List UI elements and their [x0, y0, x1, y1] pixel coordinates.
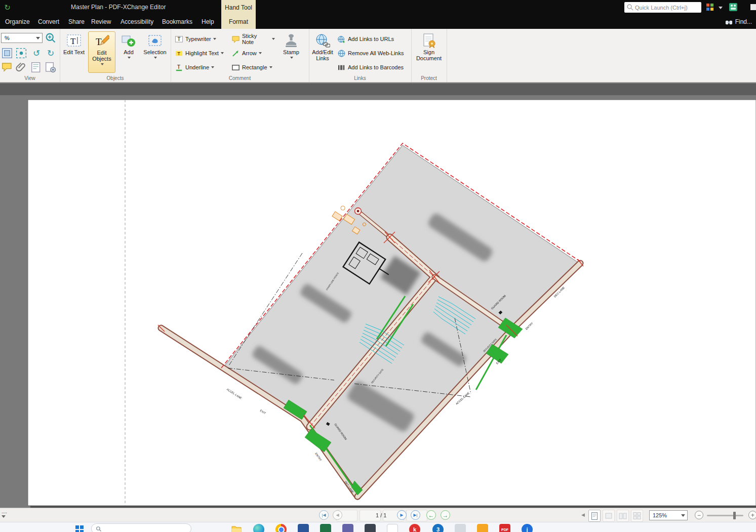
zoom-combo[interactable]: % [1, 33, 43, 43]
stamp-icon [284, 33, 299, 48]
zoom-slider-track[interactable] [707, 515, 743, 516]
group-label-view: View [0, 75, 60, 81]
menu-item-organize[interactable]: Organize [5, 15, 30, 29]
last-page-button[interactable] [411, 510, 420, 520]
taskbar-search-box[interactable] [91, 523, 191, 532]
remove-all-web-links-button[interactable]: Remove All Web-Links [337, 47, 410, 59]
statusbar: .... 1 / 1 125% [0, 508, 756, 522]
history-forward-button[interactable] [441, 510, 450, 520]
zoom-out-button[interactable] [695, 511, 703, 519]
taskbar-icon-windows-start[interactable] [74, 524, 85, 532]
chevron-down-icon [269, 66, 272, 68]
chevron-down-icon [211, 66, 214, 68]
rectangle-button[interactable]: Rectangle [231, 61, 275, 73]
history-back-button[interactable] [426, 510, 436, 520]
previous-page-button[interactable] [333, 510, 342, 520]
taskbar-icon-blue-app[interactable] [298, 524, 309, 532]
fit-width-view-button[interactable] [603, 510, 615, 522]
two-page-view-button[interactable] [617, 510, 629, 522]
taskbar-icon-k-app[interactable]: k [409, 524, 420, 532]
arrow-button[interactable]: Arrow [231, 47, 275, 59]
rectangle-icon [231, 63, 240, 72]
taskbar-icon-purple-app[interactable] [342, 524, 353, 532]
taskbar-icon-browser[interactable] [275, 524, 287, 532]
zoom-slider-handle[interactable] [733, 512, 736, 519]
underline-icon: T [175, 63, 183, 72]
add-button[interactable]: Add [117, 31, 140, 73]
add-links-to-urls-button[interactable]: Add Links to URLs [337, 33, 410, 45]
j-badge: j [526, 526, 528, 532]
sticky-note-button[interactable]: Sticky Note [231, 33, 275, 45]
taskbar-icon-gray-app[interactable] [455, 524, 466, 532]
group-label-protect: Protect [411, 75, 447, 81]
undo-icon[interactable] [30, 47, 43, 59]
ribbon-group-links: Add/Edit Links Add Links to URLs Remove … [309, 29, 412, 82]
tab-hand-tool[interactable]: Hand Tool [221, 0, 256, 15]
count-badge: 3 [436, 526, 440, 532]
edit-objects-button[interactable]: T Edit Objects [88, 31, 115, 73]
underline-button[interactable]: T Underline [175, 61, 229, 73]
edit-text-button[interactable]: T Edit Text [62, 31, 86, 73]
taskbar-icon-edge[interactable] [253, 524, 264, 532]
find-button[interactable]: Find... [725, 15, 752, 29]
taskbar-icon-file-explorer[interactable] [231, 524, 242, 532]
highlight-text-icon: T [175, 49, 183, 58]
taskbar-icon-pdf-xchange[interactable]: PDF [499, 524, 510, 532]
zoom-in-button[interactable] [748, 511, 756, 519]
next-page-button[interactable] [397, 510, 407, 520]
search-icon [626, 4, 634, 11]
color-swatch-icon[interactable] [705, 3, 714, 12]
tab-format[interactable]: Format [221, 15, 256, 29]
menu-item-convert[interactable]: Convert [38, 15, 59, 29]
taskbar-icon-amber-app[interactable] [477, 524, 488, 532]
taskbar-icon-count-badge-app[interactable]: 3 [432, 524, 444, 532]
back-arrow-icon[interactable] [3, 3, 12, 12]
menu-item-accessibility[interactable]: Accessibility [121, 15, 153, 29]
menu-item-share[interactable]: Share [68, 15, 85, 29]
titlebar: Master Plan - PDF-XChange Editor Hand To… [0, 0, 756, 15]
taskbar-icon-dark-app[interactable] [365, 524, 376, 532]
zoom-level-select[interactable]: 125% [649, 510, 688, 520]
add-links-to-barcodes-button[interactable]: Add Links to Barcodes [337, 61, 410, 73]
add-edit-links-icon [315, 33, 330, 48]
taskbar-icon-j-app[interactable]: j [522, 524, 533, 532]
single-page-view-button[interactable] [588, 510, 601, 522]
sign-document-icon [421, 33, 436, 48]
selection-button[interactable]: Selection [142, 31, 168, 73]
session-grid-icon[interactable] [729, 3, 738, 12]
stamp-button[interactable]: Stamp [278, 31, 304, 73]
highlight-text-button[interactable]: T Highlight Text [175, 47, 229, 59]
comment-bubble-icon[interactable] [1, 61, 13, 73]
ribbon: % View T Edi [0, 29, 756, 83]
svg-text:T: T [177, 64, 181, 70]
redo-icon[interactable] [45, 47, 57, 59]
collapse-panel-icon[interactable] [581, 512, 585, 517]
first-page-button[interactable] [319, 510, 329, 520]
statusbar-overflow[interactable]: .... [2, 509, 7, 518]
menu-item-help[interactable]: Help [202, 15, 214, 29]
ribbon-group-protect: Sign Document Protect [411, 29, 447, 82]
menu-item-review[interactable]: Review [91, 15, 111, 29]
continuous-view-button[interactable] [631, 510, 643, 522]
quick-launch-input[interactable] [634, 4, 699, 11]
quick-launch-box[interactable] [624, 2, 701, 13]
arrow-icon [231, 49, 240, 58]
attachment-icon[interactable] [15, 61, 27, 73]
sign-document-button[interactable]: Sign Document [415, 31, 443, 73]
document-settings-icon[interactable] [45, 61, 57, 73]
taskbar-icon-green-app[interactable] [320, 524, 331, 532]
menu-item-bookmarks[interactable]: Bookmarks [162, 15, 192, 29]
find-label: Find... [735, 18, 752, 25]
taskbar-icon-light-app[interactable] [387, 524, 398, 532]
snapshot-icon[interactable] [15, 47, 27, 59]
pan-page-icon[interactable] [1, 47, 13, 59]
zoom-in-icon[interactable] [45, 32, 57, 44]
text-note-icon[interactable] [30, 61, 43, 73]
typewriter-button[interactable]: T Typewriter [175, 33, 229, 45]
chevron-down-icon [101, 63, 104, 65]
taskbar: k 3 PDF j [0, 522, 756, 532]
globe-plus-icon [337, 35, 346, 44]
chevron-down-icon[interactable] [719, 7, 723, 9]
add-edit-links-button[interactable]: Add/Edit Links [310, 31, 335, 73]
chevron-down-icon [128, 57, 131, 59]
